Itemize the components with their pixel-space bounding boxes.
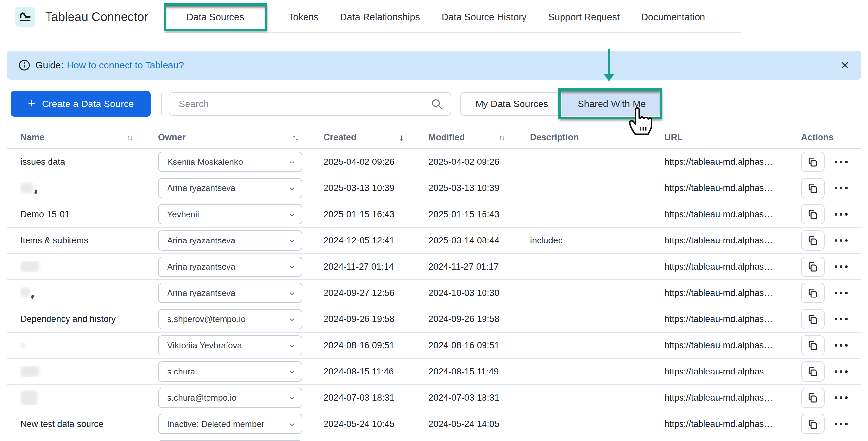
modified-cell: 2024-08-16 09:51 [428, 340, 530, 351]
column-header-name[interactable]: Name↑↓ [20, 132, 158, 143]
table-row: Arina ryazantseva 2025-03-13 10:39 2025-… [7, 175, 861, 201]
copy-url-button[interactable] [801, 335, 825, 355]
copy-icon [807, 156, 818, 167]
create-data-source-button[interactable]: + Create a Data Source [11, 91, 151, 117]
more-actions-button[interactable] [835, 423, 848, 425]
owner-cell: Arina ryazantseva [158, 256, 323, 277]
copy-icon [807, 340, 818, 351]
modified-cell: 2024-08-15 11:49 [428, 367, 530, 377]
nav-tab-tokens[interactable]: Tokens [288, 12, 319, 23]
more-actions-button[interactable] [835, 318, 848, 320]
copy-url-button[interactable] [801, 361, 825, 382]
nav-tab-data-sources[interactable]: Data Sources [164, 3, 267, 31]
name-cell [20, 390, 158, 405]
more-actions-button[interactable] [835, 239, 848, 242]
description-cell: included [530, 235, 664, 246]
nav-tab-documentation[interactable]: Documentation [641, 12, 705, 23]
owner-value: Arina ryazantseva [167, 235, 235, 246]
sort-icon[interactable]: ↑↓ [499, 133, 504, 142]
table-row: Demo-15-01 Yevhenii 2025-01-15 16:43 202… [7, 201, 861, 228]
owner-dropdown[interactable]: Arina ryazantseva [158, 178, 302, 198]
owner-dropdown[interactable]: s.chura@tempo.io [158, 387, 302, 408]
actions-cell [801, 283, 861, 303]
nav-tab-support-request[interactable]: Support Request [549, 12, 620, 23]
close-icon[interactable]: ✕ [840, 60, 850, 71]
owner-value: s.chura@tempo.io [167, 393, 236, 403]
owner-value: Viktoriia Yevhrafova [167, 340, 242, 351]
url-cell: https://tableau-md.alphas… [664, 235, 801, 246]
owner-dropdown[interactable]: Kseniia Moskalenko [158, 152, 302, 172]
column-header-owner[interactable]: Owner↑↓ [158, 132, 323, 143]
sort-icon[interactable]: ↑↓ [292, 133, 298, 142]
sort-icon[interactable]: ↑↓ [127, 133, 132, 142]
modified-cell: 2025-04-02 09:26 [428, 157, 530, 167]
more-actions-button[interactable] [835, 344, 848, 347]
owner-value: s.shperov@tempo.io [167, 314, 246, 324]
table-row [7, 437, 861, 441]
redacted-name-mark [31, 294, 34, 299]
modified-cell: 2024-10-03 10:30 [428, 288, 530, 298]
chevron-down-icon [288, 159, 296, 166]
more-actions-button[interactable] [835, 213, 848, 216]
chevron-down-icon [288, 369, 296, 376]
column-header-actions: Actions [801, 132, 861, 143]
owner-dropdown[interactable]: Inactive: Deleted member [158, 414, 302, 434]
actions-cell [801, 414, 861, 434]
owner-cell: Viktoriia Yevhrafova [158, 335, 323, 355]
filter-button-my-data-sources[interactable]: My Data Sources [460, 92, 562, 116]
created-cell: 2024-07-03 18:31 [323, 393, 428, 403]
nav-tab-data-relationships[interactable]: Data Relationships [340, 12, 420, 23]
owner-dropdown[interactable]: s.shperov@tempo.io [158, 309, 302, 329]
copy-url-button[interactable] [801, 256, 825, 277]
copy-url-button[interactable] [801, 414, 825, 434]
modified-cell: 2025-01-15 16:43 [428, 209, 530, 220]
table-row: s.chura@tempo.io 2024-07-03 18:31 2024-0… [7, 385, 861, 411]
owner-value: s.chura [167, 367, 195, 377]
owner-dropdown[interactable]: Arina ryazantseva [158, 283, 302, 303]
chevron-down-icon [288, 290, 296, 297]
owner-dropdown[interactable]: Yevhenii [158, 204, 302, 224]
copy-url-button[interactable] [801, 178, 825, 198]
owner-dropdown[interactable]: Arina ryazantseva [158, 256, 302, 277]
owner-dropdown[interactable]: Viktoriia Yevhrafova [158, 335, 302, 355]
table-body: issues data Kseniia Moskalenko 2025-04-0… [7, 149, 861, 441]
more-actions-button[interactable] [835, 187, 848, 189]
annotation-arrow-line [608, 49, 610, 75]
more-actions-button[interactable] [835, 397, 848, 399]
owner-dropdown[interactable]: s.chura [158, 361, 302, 382]
search-input[interactable] [169, 92, 452, 116]
created-cell: 2024-08-15 11:46 [323, 367, 428, 377]
owner-cell: Inactive: Deleted member [158, 414, 323, 434]
copy-url-button[interactable] [801, 283, 825, 303]
more-actions-button[interactable] [835, 292, 848, 294]
created-cell: 2024-11-27 01:14 [323, 262, 428, 272]
chevron-down-icon [288, 316, 296, 323]
column-header-modified[interactable]: Modified↑↓ [428, 132, 530, 143]
copy-url-button[interactable] [801, 152, 825, 172]
chevron-down-icon [288, 238, 296, 245]
modified-cell: 2024-05-24 14:05 [428, 419, 530, 429]
copy-url-button[interactable] [801, 204, 825, 224]
created-cell: 2025-03-13 10:39 [323, 183, 428, 193]
redacted-name [20, 287, 30, 297]
nav-tab-data-source-history[interactable]: Data Source History [441, 12, 527, 23]
redacted-name [20, 390, 37, 405]
copy-url-button[interactable] [801, 230, 825, 251]
copy-url-button[interactable] [801, 309, 825, 329]
owner-dropdown[interactable]: Arina ryazantseva [158, 230, 302, 251]
copy-icon [807, 261, 818, 272]
column-header-created[interactable]: Created↓ [323, 132, 428, 143]
table-row: Items & subitems Arina ryazantseva 2024-… [7, 228, 861, 254]
url-cell: https://tableau-md.alphas… [664, 367, 801, 377]
more-actions-button[interactable] [835, 161, 848, 163]
sort-desc-icon[interactable]: ↓ [399, 132, 404, 143]
name-cell [20, 183, 158, 194]
table-row: Arina ryazantseva 2024-11-27 01:14 2024-… [7, 254, 861, 280]
more-actions-button[interactable] [835, 265, 848, 268]
more-actions-button[interactable] [835, 370, 848, 373]
actions-cell [801, 178, 861, 198]
copy-url-button[interactable] [801, 387, 825, 408]
copy-icon [807, 183, 818, 194]
actions-cell [801, 335, 861, 355]
guide-link[interactable]: How to connect to Tableau? [66, 60, 184, 71]
